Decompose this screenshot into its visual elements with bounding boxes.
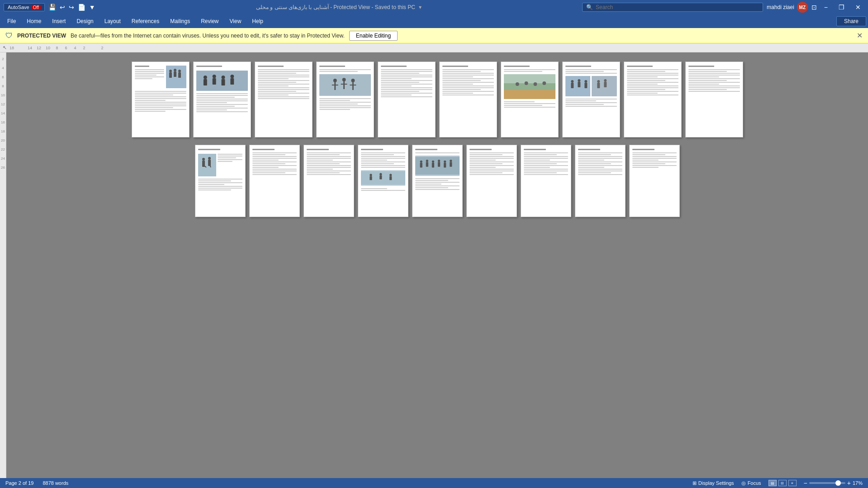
search-box[interactable]: 🔍 xyxy=(582,3,763,12)
page-thumb-1[interactable] xyxy=(132,62,190,137)
restore-button[interactable]: ❐ xyxy=(835,3,848,12)
menu-layout[interactable]: Layout xyxy=(99,16,126,26)
page-row-1 xyxy=(132,62,743,137)
minimize-button[interactable]: − xyxy=(821,3,831,12)
ruler-8: 8 xyxy=(52,46,62,50)
web-layout-view[interactable]: ⊟ xyxy=(778,480,787,486)
page-thumb-4[interactable] xyxy=(316,62,374,137)
enable-editing-button[interactable]: Enable Editing xyxy=(349,31,398,41)
page-thumb-2[interactable] xyxy=(193,62,251,137)
display-settings-label[interactable]: Display Settings xyxy=(698,480,734,486)
dropdown-icon[interactable]: ▾ xyxy=(419,4,422,10)
ruler-corner-icon: ↖ xyxy=(3,45,7,51)
svg-point-63 xyxy=(437,160,440,162)
customize-icon[interactable]: ▼ xyxy=(89,4,95,11)
svg-point-64 xyxy=(444,161,446,163)
save-icon[interactable]: 💾 xyxy=(48,4,56,11)
search-input[interactable] xyxy=(596,4,754,10)
page-thumb-16[interactable] xyxy=(466,145,517,217)
svg-point-34 xyxy=(571,80,574,83)
svg-rect-57 xyxy=(379,175,382,180)
display-settings-icon: ⊞ xyxy=(693,480,697,486)
svg-point-36 xyxy=(584,80,587,83)
zoom-thumb[interactable] xyxy=(835,480,841,486)
page-thumb-15[interactable] xyxy=(412,145,463,217)
svg-point-1 xyxy=(169,70,172,72)
menu-insert[interactable]: Insert xyxy=(47,16,71,26)
page-thumb-13[interactable] xyxy=(304,145,354,217)
page-thumb-14[interactable] xyxy=(358,145,408,217)
close-protected-bar-button[interactable]: ✕ xyxy=(857,31,863,40)
menu-view[interactable]: View xyxy=(224,16,247,26)
lrn-6: 6 xyxy=(2,72,4,81)
main-content: 2 4 6 8 10 12 14 16 18 20 22 24 26 xyxy=(0,52,868,478)
newdoc-icon[interactable]: 📄 xyxy=(78,4,85,11)
svg-point-3 xyxy=(178,70,181,72)
lrn-2: 2 xyxy=(2,54,4,63)
menu-references[interactable]: References xyxy=(126,16,165,26)
display-settings-area[interactable]: ⊞ Display Settings xyxy=(693,480,734,486)
user-name: mahdi ziaei xyxy=(767,4,794,10)
svg-rect-14 xyxy=(221,79,225,85)
undo-icon[interactable]: ↩ xyxy=(60,4,65,11)
zoom-percent: 17% xyxy=(853,480,863,486)
protected-message: Be careful—files from the Internet can c… xyxy=(71,33,345,39)
menu-mailings[interactable]: Mailings xyxy=(165,16,195,26)
focus-area[interactable]: ◎ Focus xyxy=(741,480,761,486)
page-info: Page 2 of 19 xyxy=(5,480,33,486)
page-thumb-8[interactable] xyxy=(562,62,620,137)
svg-rect-12 xyxy=(203,79,207,85)
autosave-button[interactable]: AutoSave Off xyxy=(4,3,45,11)
page-thumb-17[interactable] xyxy=(521,145,571,217)
page-thumb-11[interactable] xyxy=(195,145,246,217)
page-thumb-5[interactable] xyxy=(378,62,436,137)
svg-point-31 xyxy=(533,82,537,86)
menu-file[interactable]: File xyxy=(2,16,21,26)
page-thumb-19[interactable] xyxy=(629,145,680,217)
menu-design[interactable]: Design xyxy=(71,16,99,26)
svg-point-18 xyxy=(342,78,346,81)
print-layout-view[interactable]: ▤ xyxy=(768,480,777,486)
page-thumb-18[interactable] xyxy=(575,145,626,217)
menu-help[interactable]: Help xyxy=(247,16,269,26)
lrn-26: 26 xyxy=(1,163,5,172)
title-bar: AutoSave Off 💾 ↩ ↪ 📄 ▼ آشنایی با بازی‌ها… xyxy=(0,0,868,14)
svg-rect-4 xyxy=(169,72,172,78)
svg-rect-27 xyxy=(504,90,555,99)
page-thumb-10[interactable] xyxy=(685,62,743,137)
page-thumb-12[interactable] xyxy=(249,145,300,217)
share-button[interactable]: Share xyxy=(836,16,866,26)
user-avatar[interactable]: MZ xyxy=(797,2,808,13)
svg-point-46 xyxy=(202,158,205,161)
close-button[interactable]: ✕ xyxy=(852,3,864,12)
lrn-4: 4 xyxy=(2,63,4,72)
svg-point-65 xyxy=(450,160,452,162)
titlebar-right: 🔍 mahdi ziaei MZ ⊡ − ❐ ✕ xyxy=(582,2,864,13)
page-thumb-3[interactable] xyxy=(255,62,313,137)
redo-icon[interactable]: ↪ xyxy=(69,4,74,11)
protected-view-bar: 🛡 PROTECTED VIEW Be careful—files from t… xyxy=(0,28,868,43)
lrn-10: 10 xyxy=(1,90,5,99)
ruler-10: 10 xyxy=(43,46,52,50)
lrn-20: 20 xyxy=(1,136,5,145)
svg-rect-44 xyxy=(604,82,607,87)
ribbon-display-icon[interactable]: ⊡ xyxy=(811,4,817,11)
menu-home[interactable]: Home xyxy=(21,16,47,26)
page-thumb-9[interactable] xyxy=(624,62,682,137)
document-area xyxy=(6,52,868,478)
svg-rect-66 xyxy=(420,163,422,168)
focus-label[interactable]: Focus xyxy=(748,480,761,486)
zoom-slider[interactable] xyxy=(809,482,845,484)
read-mode-view[interactable]: ≡ xyxy=(788,480,797,486)
menu-review[interactable]: Review xyxy=(195,16,224,26)
svg-point-2 xyxy=(174,69,176,71)
svg-rect-39 xyxy=(584,83,587,88)
svg-rect-71 xyxy=(450,162,452,167)
ruler-2a: 2 xyxy=(80,46,89,50)
autosave-label: AutoSave xyxy=(8,5,29,10)
page-thumb-7[interactable] xyxy=(501,62,559,137)
page-thumb-6[interactable] xyxy=(439,62,497,137)
zoom-in-button[interactable]: + xyxy=(847,479,851,487)
zoom-out-button[interactable]: − xyxy=(804,479,807,487)
svg-rect-5 xyxy=(174,71,176,77)
